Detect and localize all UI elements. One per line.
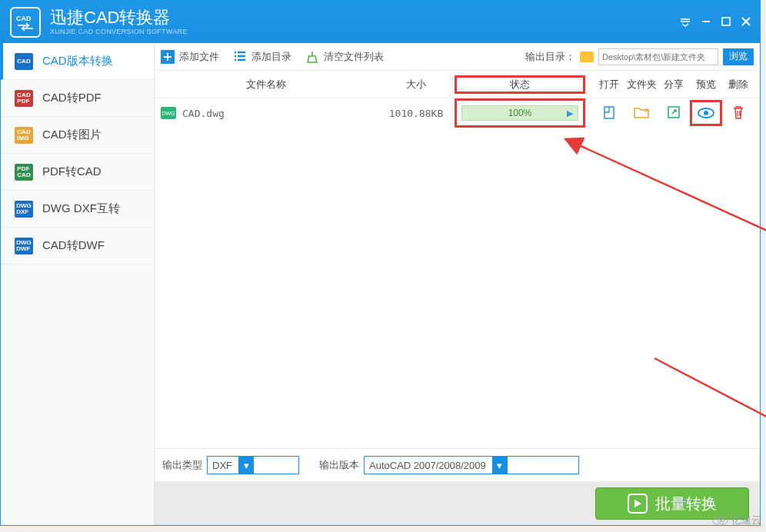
file-list-area xyxy=(155,128,760,448)
clear-list-button[interactable]: 清空文件列表 xyxy=(305,50,384,64)
table-header: 文件名称 大小 状态 打开 文件夹 分享 预览 删除 xyxy=(155,71,760,98)
col-filename: 文件名称 xyxy=(155,78,378,91)
col-share: 分享 xyxy=(658,78,690,91)
browse-button[interactable]: 浏览 xyxy=(723,48,754,65)
cad-pdf-icon: CADPDF xyxy=(15,90,33,107)
open-file-button[interactable] xyxy=(593,105,625,121)
svg-line-7 xyxy=(578,145,766,279)
output-type-label: 输出类型 xyxy=(162,458,202,472)
preview-button[interactable] xyxy=(690,100,722,126)
open-folder-button[interactable] xyxy=(625,106,658,121)
sidebar-item-dwg-dxf[interactable]: DWGDXF DWG DXF互转 xyxy=(1,191,154,228)
svg-rect-1 xyxy=(722,18,730,25)
sidebar-label: DWG DXF互转 xyxy=(42,201,120,216)
output-path-input[interactable] xyxy=(598,48,718,65)
col-open: 打开 xyxy=(593,78,625,91)
file-name: CAD.dwg xyxy=(182,108,225,119)
title-bar: CAD 迅捷CAD转换器 XUNJIE CAD CONVERSION SOFTW… xyxy=(1,1,760,43)
output-version-label: 输出版本 xyxy=(319,458,359,472)
chevron-down-icon: ▾ xyxy=(238,457,254,474)
svg-text:CAD: CAD xyxy=(16,15,32,22)
sidebar-label: CAD版本转换 xyxy=(42,54,113,68)
folder-icon xyxy=(580,52,594,62)
cad-version-icon: CAD xyxy=(15,53,33,70)
col-status: 状态 xyxy=(455,75,585,94)
output-options-bar: 输出类型 DXF ▾ 输出版本 AutoCAD 2007/2008/2009 ▾ xyxy=(155,448,760,482)
sidebar-label: PDF转CAD xyxy=(42,165,102,179)
sidebar-item-cad-to-pdf[interactable]: CADPDF CAD转PDF xyxy=(1,80,154,117)
delete-button[interactable] xyxy=(722,105,754,121)
sidebar-item-cad-version[interactable]: CAD CAD版本转换 xyxy=(1,43,154,80)
cad-dwf-icon: DWGDWF xyxy=(15,238,33,254)
pdf-cad-icon: PDFCAD xyxy=(15,164,33,181)
plus-icon xyxy=(161,50,175,64)
list-icon xyxy=(233,50,247,64)
col-folder: 文件夹 xyxy=(625,78,658,91)
app-title: 迅捷CAD转换器 xyxy=(50,8,188,27)
sidebar-label: CAD转PDF xyxy=(42,91,102,105)
footer-bar: 批量转换 xyxy=(155,482,760,525)
play-icon: ▶ xyxy=(567,108,573,118)
svg-point-6 xyxy=(704,111,708,115)
close-button[interactable] xyxy=(741,15,751,28)
col-preview: 预览 xyxy=(690,78,722,91)
app-logo-icon: CAD xyxy=(10,7,41,38)
share-button[interactable] xyxy=(658,105,690,121)
maximize-button[interactable] xyxy=(721,15,731,28)
toolbar: 添加文件 添加目录 清空文件列表 输出目录： 浏览 xyxy=(155,43,760,71)
sidebar-item-cad-to-image[interactable]: CADIMG CAD转图片 xyxy=(1,117,154,154)
output-version-select[interactable]: AutoCAD 2007/2008/2009 ▾ xyxy=(364,456,579,474)
watermark: 亿速云 xyxy=(711,514,761,527)
col-delete: 删除 xyxy=(722,78,754,91)
progress-bar: 100% ▶ xyxy=(461,105,578,121)
dwg-file-icon: DWG xyxy=(161,107,176,119)
chevron-down-icon: ▾ xyxy=(492,457,508,474)
output-type-select[interactable]: DXF ▾ xyxy=(207,456,299,474)
cad-img-icon: CADIMG xyxy=(15,127,33,144)
svg-line-9 xyxy=(654,358,766,444)
sidebar: CAD CAD版本转换 CADPDF CAD转PDF CADIMG CAD转图片… xyxy=(1,43,155,525)
add-folder-button[interactable]: 添加目录 xyxy=(233,50,291,64)
sidebar-label: CAD转图片 xyxy=(42,128,102,142)
annotation-arrow-1 xyxy=(570,137,766,283)
col-size: 大小 xyxy=(378,78,455,91)
output-dir-label: 输出目录： xyxy=(525,50,575,64)
table-row[interactable]: DWG CAD.dwg 1010.88KB 100% ▶ xyxy=(155,98,760,128)
broom-icon xyxy=(305,50,319,64)
menu-dropdown-icon[interactable] xyxy=(680,15,691,28)
file-size: 1010.88KB xyxy=(378,108,455,119)
sidebar-item-pdf-to-cad[interactable]: PDFCAD PDF转CAD xyxy=(1,154,154,191)
play-circle-icon xyxy=(628,494,648,514)
annotation-arrow-2 xyxy=(693,128,766,281)
sidebar-item-cad-to-dwf[interactable]: DWGDWF CAD转DWF xyxy=(1,228,154,264)
app-subtitle: XUNJIE CAD CONVERSION SOFTWARE xyxy=(50,28,188,35)
minimize-button[interactable] xyxy=(701,15,711,28)
dwg-dxf-icon: DWGDXF xyxy=(15,201,33,218)
sidebar-label: CAD转DWF xyxy=(42,238,105,253)
add-file-button[interactable]: 添加文件 xyxy=(161,50,219,64)
svg-point-12 xyxy=(721,519,724,522)
svg-point-11 xyxy=(718,517,728,524)
annotation-arrow-3 xyxy=(647,351,766,451)
